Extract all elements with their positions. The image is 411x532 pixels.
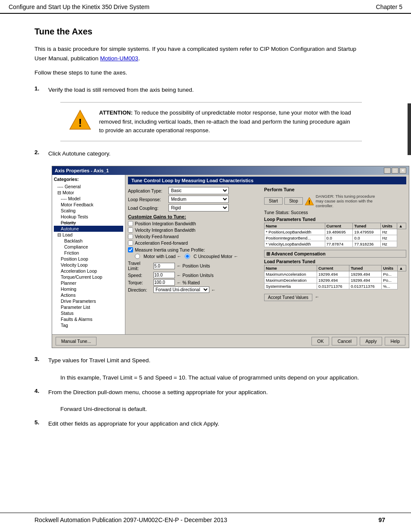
accept-tuned-button[interactable]: Accept Tuned Values	[264, 294, 312, 301]
axis-properties-dialog: Axis Properties - Axis_1 _ □ ✕ Categorie…	[52, 166, 409, 348]
load-row2-units: Po...	[382, 277, 398, 283]
cat-autotune[interactable]: Autotune	[54, 226, 123, 232]
customize-header: Customize Gains to Tune:	[128, 214, 262, 219]
loop-response-label: Loop Response:	[128, 197, 167, 202]
ok-button[interactable]: OK	[311, 337, 329, 345]
load-row2-name: MaximumDeceleration	[265, 277, 317, 283]
manual-tune-button[interactable]: Manual Tune...	[56, 337, 97, 345]
travel-form: Travel Limit: ← Position Units Speed: ← …	[128, 261, 262, 293]
dialog-footer: Manual Tune... OK Cancel Apply Help	[52, 334, 409, 348]
attention-label: ATTENTION:	[99, 109, 133, 116]
step-1: 1. Verify the load is still removed from…	[34, 85, 385, 95]
footer-left: Manual Tune...	[56, 337, 97, 345]
travel-limit-input[interactable]	[153, 263, 175, 269]
dialog-title: Axis Properties - Axis_1	[55, 168, 109, 173]
cat-friction[interactable]: Friction	[54, 250, 123, 256]
checkbox-velocity-int-input[interactable]	[128, 227, 133, 233]
cancel-button[interactable]: Cancel	[332, 337, 357, 345]
uncoupled-motor-radio[interactable]	[185, 254, 190, 259]
torque-label: Torque:	[128, 280, 152, 285]
row2-name: PositionIntegratorBend...	[265, 235, 325, 241]
cat-motor-feedback[interactable]: Motor Feedback	[54, 202, 123, 208]
intro-text-2: .	[138, 55, 140, 62]
application-type-select[interactable]: Basic	[168, 187, 229, 194]
chapter-label: Chapter 5	[376, 3, 402, 10]
speed-input[interactable]	[153, 272, 175, 278]
cat-backlash[interactable]: Backlash	[54, 238, 123, 244]
measure-inertia-checkbox[interactable]	[128, 247, 133, 252]
row2-tuned: 0.0	[353, 235, 381, 241]
step-1-text: Verify the load is still removed from th…	[48, 85, 194, 95]
speed-unit: ← Position Units/s	[177, 273, 214, 278]
advanced-header[interactable]: ⊞ Advanced Compensation	[264, 250, 406, 258]
cat-acceleration-loop[interactable]: Acceleration Loop	[54, 268, 123, 274]
uncoupled-motor-label: C Uncoupled Motor ←	[193, 254, 238, 259]
close-button[interactable]: ✕	[399, 168, 406, 174]
speed-label: Speed:	[128, 273, 152, 278]
cat-compliance[interactable]: Compliance	[54, 244, 123, 250]
cat-tag[interactable]: Tag	[54, 322, 123, 328]
footer-right-buttons: OK Cancel Apply Help	[311, 337, 405, 345]
cat-position-loop[interactable]: Position Loop	[54, 256, 123, 262]
checkbox-position-int-label: Position Integration Bandwidth	[135, 221, 196, 226]
minimize-button[interactable]: _	[384, 168, 391, 174]
dialog-body: Categories: ---- General ⊟ Motor ---- Mo…	[52, 175, 409, 334]
attention-body: To reduce the possibility of unpredictab…	[99, 109, 351, 133]
cat-model[interactable]: ---- Model	[54, 196, 123, 202]
tune-status: Tune Status: Success	[264, 210, 406, 215]
step-4-text: From the Direction pull-down menu, choos…	[48, 388, 268, 397]
cat-actions[interactable]: Actions	[54, 292, 123, 298]
step-3-text: Type values for Travel Limit and Speed.	[48, 356, 150, 365]
motor-radio-group: Motor with Load ← C Uncoupled Motor ←	[135, 254, 262, 259]
row3-name: * VelocityLoopBandwidth	[265, 241, 325, 247]
apply-button[interactable]: Apply	[360, 337, 382, 345]
row3-current: 77.87874	[325, 241, 353, 247]
cat-homing[interactable]: Homing	[54, 286, 123, 292]
cat-motor[interactable]: ⊟ Motor	[54, 190, 123, 196]
checkbox-position-int: Position Integration Bandwidth	[128, 221, 262, 226]
attention-text: ATTENTION: To reduce the possibility of …	[99, 109, 353, 134]
checkbox-velocity-ff-input[interactable]	[128, 234, 133, 239]
motor-with-load-radio[interactable]	[135, 254, 140, 259]
content-panel: Tune Control Loop by Measuring Load Char…	[125, 175, 409, 334]
motion-link[interactable]: Motion-UM003	[100, 55, 138, 62]
cat-velocity-loop[interactable]: Velocity Loop	[54, 262, 123, 268]
stop-button[interactable]: Stop	[284, 197, 303, 205]
checkbox-accel-ff-input[interactable]	[128, 240, 133, 246]
cat-status[interactable]: Status	[54, 310, 123, 316]
cat-torque-loop[interactable]: Torque/Current Loop	[54, 274, 123, 280]
step-5-text: Edit other fields as appropriate for you…	[48, 419, 219, 429]
cat-parameter-list[interactable]: Parameter List	[54, 304, 123, 310]
step-3b-text: In this example, Travel Limit = 5 and Sp…	[60, 373, 385, 383]
cat-polarity[interactable]: Polarity	[54, 220, 123, 226]
load-row2-tuned: 19299.494	[349, 277, 382, 283]
cat-load[interactable]: ⊟ Load	[54, 232, 123, 238]
step-4: 4. From the Direction pull-down menu, ch…	[34, 388, 385, 397]
cat-planner[interactable]: Planner	[54, 280, 123, 286]
restore-button[interactable]: □	[392, 168, 399, 174]
help-button[interactable]: Help	[385, 337, 405, 345]
direction-select[interactable]: Forward Uni-directional	[153, 286, 209, 293]
perform-tune-header: Perform Tune	[264, 187, 406, 192]
motor-with-load-label: Motor with Load ←	[143, 254, 181, 259]
step-5: 5. Edit other fields as appropriate for …	[34, 419, 385, 429]
checkbox-position-int-input[interactable]	[128, 221, 133, 226]
loop-response-select[interactable]: Medium	[168, 196, 229, 203]
svg-text:!: !	[308, 199, 310, 205]
table-row: SystemInertia 0.013711376 0.013711376 %.…	[265, 283, 406, 289]
cat-hookup-tests[interactable]: Hookup Tests	[54, 214, 123, 220]
cat-drive-parameters[interactable]: Drive Parameters	[54, 298, 123, 304]
svg-text:!: !	[78, 116, 82, 129]
cat-scaling[interactable]: Scaling	[54, 208, 123, 214]
cat-faults-alarms[interactable]: Faults & Alarms	[54, 316, 123, 322]
load-coupling-select[interactable]: Rigid	[168, 204, 229, 212]
torque-input[interactable]	[153, 279, 175, 286]
checkbox-velocity-ff: Velocity Feed-forward	[128, 234, 262, 239]
start-button[interactable]: Start	[264, 197, 283, 205]
col-scroll: ▲	[397, 223, 406, 229]
load-params-table: Name Current Tuned Units ▲ MaximumAccele…	[264, 265, 406, 289]
follow-text: Follow these steps to tune the axes.	[34, 68, 362, 78]
tune-status-label: Tune Status:	[264, 210, 290, 215]
table-row: PositionIntegratorBend... 0.0 0.0 Hz	[265, 235, 406, 241]
cat-general[interactable]: ---- General	[54, 184, 123, 190]
